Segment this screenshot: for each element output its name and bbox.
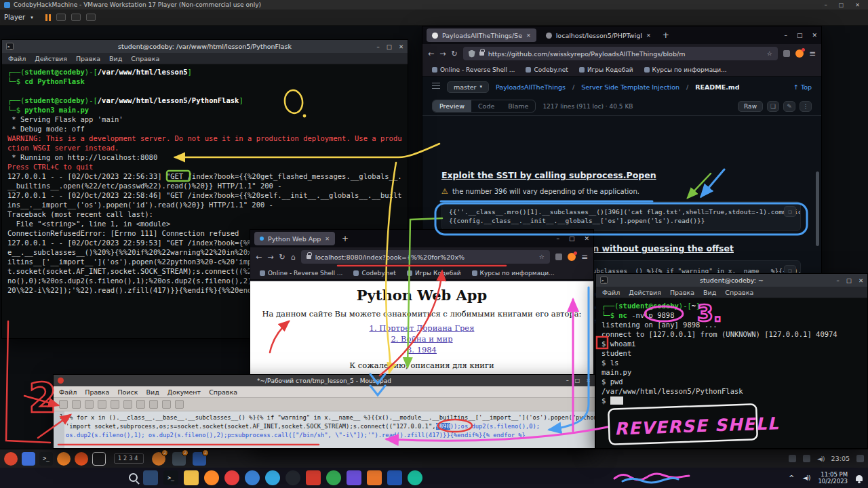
ctrl-alt-del-button[interactable] bbox=[56, 14, 66, 21]
branch-selector[interactable]: master ▾ bbox=[447, 81, 489, 93]
forward-button[interactable]: → bbox=[267, 253, 273, 262]
volume-icon[interactable]: ◄)) bbox=[817, 455, 825, 462]
menu-item[interactable]: Действия bbox=[629, 289, 661, 296]
window-minimize-button[interactable]: – bbox=[837, 277, 840, 284]
start-button[interactable] bbox=[108, 470, 123, 485]
tab-blame[interactable]: Blame bbox=[501, 100, 535, 112]
edge-icon[interactable] bbox=[245, 470, 260, 485]
terminal-app-icon[interactable]: >_ bbox=[39, 452, 53, 466]
window-close-button[interactable]: ✕ bbox=[399, 43, 403, 50]
task-firefox-icon[interactable]: 2 bbox=[152, 452, 165, 466]
window-minimize-button[interactable]: – bbox=[566, 378, 569, 384]
hamburger-menu-icon[interactable]: ≡ bbox=[581, 252, 588, 262]
section-heading[interactable]: Exploit the SSTI by calling subprocess.P… bbox=[441, 170, 801, 180]
book-link[interactable]: 1. Портрет Дориана Грея bbox=[250, 323, 593, 333]
hamburger-menu-icon[interactable]: ≡ bbox=[809, 49, 816, 58]
app-red-icon[interactable] bbox=[306, 470, 321, 485]
devices-button[interactable] bbox=[86, 14, 96, 21]
terminal-window-icon[interactable] bbox=[92, 452, 106, 466]
breadcrumb-repo[interactable]: PayloadsAllTheThings bbox=[496, 83, 566, 91]
undo-icon[interactable] bbox=[98, 400, 106, 409]
vmware-close-button[interactable]: ✕ bbox=[851, 2, 864, 8]
tab-python-web-app[interactable]: Python Web App ✕ bbox=[254, 232, 335, 245]
url-bar[interactable]: localhost:8080/index?book={%%20for%20x% … bbox=[301, 250, 550, 264]
app-blue-icon[interactable] bbox=[22, 452, 35, 466]
tab-code[interactable]: Code bbox=[471, 100, 501, 112]
explorer-icon[interactable] bbox=[184, 470, 199, 485]
back-button[interactable]: ← bbox=[428, 49, 434, 58]
close-tab-icon[interactable]: ✕ bbox=[526, 33, 531, 39]
bookmark-item[interactable]: Codeby.net bbox=[353, 270, 395, 277]
search-button[interactable] bbox=[129, 473, 138, 482]
extensions-icon[interactable] bbox=[555, 253, 562, 260]
window-maximize-button[interactable]: □ bbox=[569, 235, 575, 242]
menu-item[interactable]: Справка bbox=[209, 388, 237, 396]
breadcrumb-folder[interactable]: Server Side Template Injection bbox=[581, 83, 679, 91]
new-tab-button[interactable]: + bbox=[660, 30, 672, 40]
replace-icon[interactable] bbox=[175, 400, 184, 409]
find-icon[interactable] bbox=[162, 400, 171, 409]
bookmark-item[interactable]: Игры Кодебай bbox=[579, 66, 633, 73]
menu-item[interactable]: Вид bbox=[109, 55, 122, 62]
home-button[interactable]: ⌂ bbox=[291, 253, 296, 262]
firefox-account-icon[interactable] bbox=[568, 253, 576, 261]
menu-item[interactable]: Вид bbox=[703, 289, 716, 296]
menu-item[interactable]: Вид bbox=[146, 388, 159, 396]
vm-clock[interactable]: 23:05 bbox=[831, 455, 850, 462]
edit-file-icon[interactable]: ✎ bbox=[783, 101, 795, 112]
close-tab-icon[interactable]: ✕ bbox=[325, 236, 330, 242]
bookmark-star-icon[interactable]: ☆ bbox=[539, 253, 545, 260]
open-file-icon[interactable] bbox=[72, 400, 81, 409]
window-maximize-button[interactable]: □ bbox=[575, 378, 580, 384]
editor-titlebar[interactable]: *~/Рабочий стол/tmp_lesson_5 - Mousepad … bbox=[54, 375, 595, 386]
bookmark-item[interactable]: Курсы по информаци... bbox=[472, 270, 555, 277]
app-green-icon[interactable] bbox=[326, 470, 341, 485]
opera-icon[interactable] bbox=[224, 470, 239, 485]
window-minimize-button[interactable]: – bbox=[556, 235, 559, 242]
flame-launcher-icon[interactable] bbox=[75, 452, 88, 466]
tab-localhost-phptwig[interactable]: localhost/lesson5/PHPTwigI ✕ bbox=[540, 28, 656, 42]
book-link[interactable]: 2. Война и мир bbox=[250, 333, 593, 344]
tray-icon[interactable] bbox=[789, 455, 796, 462]
close-tab-icon[interactable]: ✕ bbox=[646, 33, 651, 39]
firefox-icon[interactable] bbox=[204, 470, 219, 485]
extensions-icon[interactable] bbox=[783, 50, 790, 57]
bookmark-item[interactable]: Online - Reverse Shell ... bbox=[432, 66, 515, 73]
obs-icon[interactable] bbox=[285, 470, 300, 485]
copy-file-icon[interactable]: ❏ bbox=[767, 101, 779, 112]
window-maximize-button[interactable]: □ bbox=[387, 43, 392, 50]
editor-content[interactable]: {% for x in ().__class__.__base__.__subc… bbox=[66, 411, 595, 448]
tray-expand-chevron[interactable]: ^ bbox=[789, 474, 794, 482]
bookmark-item[interactable]: Игры Кодебай bbox=[407, 270, 461, 277]
vmware-maximize-button[interactable]: □ bbox=[835, 2, 848, 8]
firefox-launcher-icon[interactable] bbox=[57, 452, 71, 466]
window-close-button[interactable]: ✕ bbox=[859, 277, 863, 284]
more-options-icon[interactable]: ⋮ bbox=[800, 101, 812, 112]
bookmark-item[interactable]: Курсы по информаци... bbox=[644, 66, 727, 73]
suspend-vm-button[interactable] bbox=[45, 14, 51, 21]
tracking-shield-icon[interactable] bbox=[469, 50, 475, 58]
redo-icon[interactable] bbox=[111, 400, 119, 409]
window-maximize-button[interactable]: □ bbox=[797, 32, 803, 39]
url-bar[interactable]: https://github.com/swisskyrepo/PayloadsA… bbox=[463, 47, 778, 60]
app-teal-icon[interactable] bbox=[408, 470, 422, 485]
window-close-button[interactable]: ✕ bbox=[586, 378, 591, 384]
back-to-top-link[interactable]: ↑ Top bbox=[793, 83, 812, 91]
task-files-icon[interactable]: 2 bbox=[193, 452, 206, 466]
menu-item[interactable]: Поиск bbox=[117, 388, 138, 396]
raw-button[interactable]: Raw bbox=[738, 101, 763, 112]
tab-payloadsallthethings[interactable]: PayloadsAllTheThings/Se ✕ bbox=[427, 28, 536, 42]
reload-button[interactable]: ↻ bbox=[279, 253, 285, 262]
scrollbar-thumb[interactable] bbox=[816, 171, 819, 246]
paste-icon[interactable] bbox=[149, 400, 158, 409]
volume-icon[interactable]: ◄)) bbox=[802, 474, 810, 481]
firefox-account-icon[interactable] bbox=[795, 49, 804, 58]
workspace-pager[interactable]: 1234 bbox=[114, 453, 144, 464]
menu-item[interactable]: Действия bbox=[35, 55, 67, 62]
window-maximize-button[interactable]: □ bbox=[846, 277, 852, 284]
menu-item[interactable]: Справка bbox=[725, 289, 753, 296]
app-blue-icon[interactable] bbox=[387, 470, 402, 485]
window-close-button[interactable]: ✕ bbox=[584, 235, 589, 242]
window-minimize-button[interactable]: – bbox=[784, 32, 787, 39]
cut-icon[interactable] bbox=[123, 400, 132, 409]
